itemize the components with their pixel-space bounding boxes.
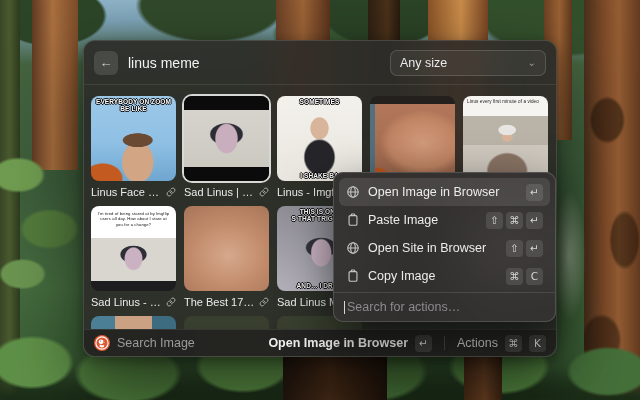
clipboard-icon (346, 213, 360, 227)
actions-button[interactable]: Actions (457, 336, 498, 350)
size-filter-dropdown[interactable]: Any size ⌄ (390, 50, 546, 76)
result-caption-row: Linus Face Meme… (91, 184, 176, 200)
result-caption: The Best 17 Linus… (184, 296, 255, 308)
duckduckgo-icon (94, 335, 110, 351)
meme-text-top: I'm tired of being stared at by Imgflip … (93, 208, 174, 227)
result-thumbnail[interactable] (184, 96, 269, 181)
cmd-key-badge: ⌘ (505, 335, 522, 352)
grid-item[interactable]: The Best 17 Linus… (184, 206, 269, 310)
text-caret (344, 301, 345, 314)
link-icon (259, 187, 269, 197)
globe-icon (346, 241, 360, 255)
result-thumbnail[interactable]: Linus every first minute of a video (463, 96, 548, 181)
cmd-key-badge: ⌘ (506, 268, 523, 285)
result-caption: Sad Linus | Know… (184, 186, 255, 198)
link-icon (166, 187, 176, 197)
tree-trunk (464, 354, 502, 400)
globe-icon (346, 185, 360, 199)
menu-item-open-image-in-browser[interactable]: Open Image in Browser ↵ (339, 178, 550, 206)
actions-menu-list: Open Image in Browser ↵ Paste Image ⇧ ⌘ … (334, 173, 555, 292)
footer-divider (444, 336, 445, 350)
back-button[interactable]: ← (94, 51, 118, 75)
k-key-badge: K (529, 335, 546, 352)
result-thumbnail[interactable]: EVERYBODY ON ZOOM BE LIKE (91, 96, 176, 181)
result-thumbnail[interactable] (370, 96, 455, 181)
primary-action-label[interactable]: Open Image in Browser (268, 336, 408, 350)
link-icon (166, 297, 176, 307)
grid-item[interactable]: I'm tired of being stared at by Imgflip … (91, 206, 176, 310)
command-name: Search Image (117, 336, 195, 350)
size-filter-value: Any size (400, 56, 447, 70)
menu-item-open-site-in-browser[interactable]: Open Site in Browser ⇧ ↵ (339, 234, 550, 262)
return-key-badge: ↵ (526, 184, 543, 201)
result-caption-row: The Best 17 Linus… (184, 294, 269, 310)
result-thumbnail[interactable] (91, 316, 176, 329)
footer-bar: Search Image Open Image in Browser ↵ Act… (84, 329, 556, 356)
back-arrow-icon: ← (100, 55, 113, 70)
actions-menu: Open Image in Browser ↵ Paste Image ⇧ ⌘ … (333, 172, 556, 322)
actions-search-input[interactable]: Search for actions… (334, 292, 555, 321)
result-thumbnail[interactable] (184, 316, 269, 329)
result-thumbnail[interactable] (184, 206, 269, 291)
menu-item-copy-image[interactable]: Copy Image ⌘ C (339, 262, 550, 290)
c-key-badge: C (526, 268, 543, 285)
cmd-key-badge: ⌘ (506, 212, 523, 229)
result-caption-row: Sad Linus - Imgflip (91, 294, 176, 310)
result-caption-row: Sad Linus | Know… (184, 184, 269, 200)
search-input[interactable]: linus meme (128, 55, 380, 71)
foliage (0, 130, 90, 310)
menu-item-paste-image[interactable]: Paste Image ⇧ ⌘ ↵ (339, 206, 550, 234)
meme-text-top: EVERYBODY ON ZOOM BE LIKE (93, 98, 174, 112)
return-key-badge: ↵ (526, 212, 543, 229)
grid-item[interactable] (184, 316, 269, 329)
shift-key-badge: ⇧ (506, 240, 523, 257)
grid-item[interactable] (91, 316, 176, 329)
shift-key-badge: ⇧ (486, 212, 503, 229)
return-key-badge: ↵ (526, 240, 543, 257)
result-caption: Linus Face Meme… (91, 186, 162, 198)
result-thumbnail[interactable]: SOMETIMES I SHAKE BA (277, 96, 362, 181)
meme-text-top: SOMETIMES (279, 98, 360, 105)
link-icon (259, 297, 269, 307)
result-caption: Sad Linus - Imgflip (91, 296, 162, 308)
grid-item[interactable]: EVERYBODY ON ZOOM BE LIKE Linus Face Mem… (91, 96, 176, 200)
grid-item-selected[interactable]: Sad Linus | Know… (184, 96, 269, 200)
result-thumbnail[interactable]: I'm tired of being stared at by Imgflip … (91, 206, 176, 291)
meme-text-top: Linus every first minute of a video (465, 98, 546, 105)
search-header: ← linus meme Any size ⌄ (84, 41, 556, 85)
actions-search-placeholder: Search for actions… (347, 300, 460, 314)
forest-mist (552, 190, 586, 320)
return-key-badge: ↵ (415, 335, 432, 352)
clipboard-icon (346, 269, 360, 283)
chevron-down-icon: ⌄ (528, 57, 536, 68)
